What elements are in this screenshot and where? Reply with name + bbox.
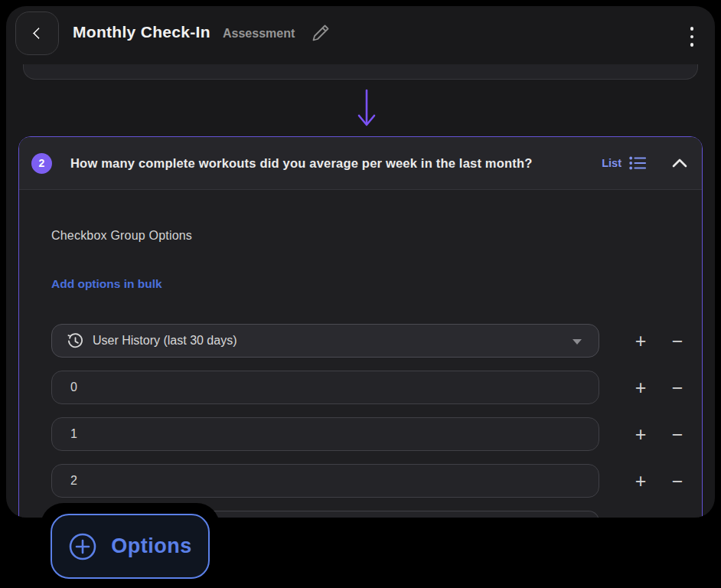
pencil-icon[interactable] <box>312 24 330 43</box>
question-type-selector[interactable]: List <box>602 155 647 171</box>
option-row: 1+− <box>51 417 657 451</box>
remove-row-button[interactable]: − <box>664 324 691 358</box>
option-value-input[interactable]: 0 <box>51 371 599 404</box>
back-button[interactable] <box>15 11 59 55</box>
chevron-up-icon <box>671 158 688 168</box>
options-button-label: Options <box>111 534 192 558</box>
page-title: Monthly Check-In <box>73 23 210 41</box>
collapse-button[interactable] <box>671 158 688 168</box>
caret-down-icon <box>573 339 582 345</box>
remove-row-button[interactable]: − <box>664 371 691 404</box>
option-row: 0+− <box>51 371 657 404</box>
chevron-left-icon <box>33 28 45 40</box>
question-type-label: List <box>602 157 621 169</box>
dropdown-row: User History (last 30 days) + − <box>51 324 657 358</box>
app-window: Monthly Check-In Assessment 2 How many c… <box>6 6 715 518</box>
add-row-button[interactable]: + <box>627 371 654 404</box>
remove-row-button[interactable]: − <box>664 417 691 451</box>
option-value-input[interactable]: 2 <box>51 464 599 498</box>
question-number-badge: 2 <box>31 153 52 174</box>
add-options-bulk-link[interactable]: Add options in bulk <box>51 277 162 291</box>
previous-question-card[interactable] <box>23 64 698 80</box>
arrow-down-icon <box>352 86 381 130</box>
history-clock-icon <box>67 333 83 349</box>
screenshot-canvas: Monthly Check-In Assessment 2 How many c… <box>0 0 721 588</box>
question-card: 2 How many complete workouts did you ave… <box>18 136 703 518</box>
remove-row-button[interactable]: − <box>664 464 691 498</box>
add-row-button[interactable]: + <box>627 464 654 498</box>
kebab-menu-icon[interactable] <box>684 23 700 51</box>
add-row-button[interactable]: + <box>627 324 654 358</box>
add-row-button[interactable]: + <box>627 417 654 451</box>
bulleted-list-icon <box>628 155 647 171</box>
option-row: 2+− <box>51 464 657 498</box>
user-history-dropdown[interactable]: User History (last 30 days) <box>51 324 599 358</box>
question-text: How many complete workouts did you avera… <box>70 156 592 171</box>
option-value-input[interactable]: 1 <box>51 417 599 451</box>
question-card-header: 2 How many complete workouts did you ave… <box>19 137 702 190</box>
plus-circle-icon <box>68 532 97 561</box>
section-title: Checkbox Group Options <box>51 229 192 243</box>
page-subtitle: Assessment <box>223 27 295 41</box>
dropdown-value: User History (last 30 days) <box>93 334 237 348</box>
options-button[interactable]: Options <box>51 514 210 579</box>
